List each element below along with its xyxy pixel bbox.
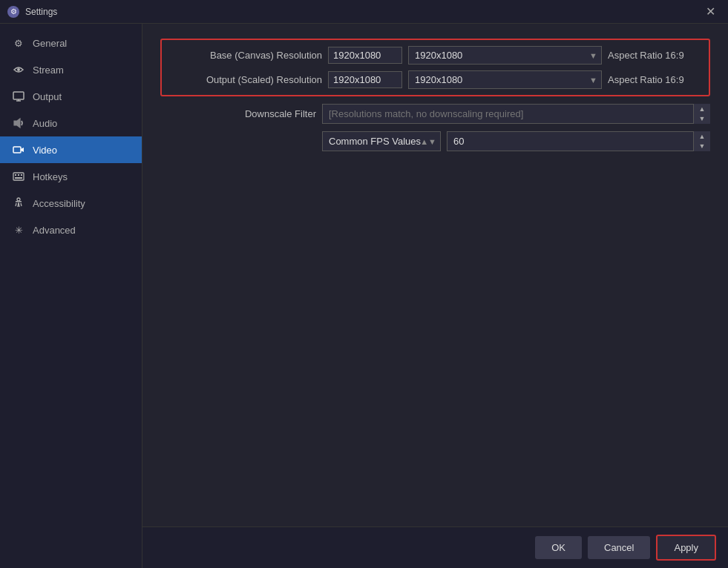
bottom-bar: OK Cancel Apply — [142, 526, 728, 568]
downscale-spin-group: ▲ ▼ — [693, 104, 710, 124]
output-resolution-row: Output (Scaled) Resolution 1920x1080 128… — [166, 67, 704, 92]
main-container: ⚙ General Stream Output — [0, 24, 728, 568]
base-resolution-select[interactable]: 1920x1080 1280x720 3840x2160 — [408, 46, 602, 65]
svg-rect-9 — [18, 174, 19, 176]
downscale-spin-up[interactable]: ▲ — [694, 104, 710, 114]
output-resolution-label: Output (Scaled) Resolution — [166, 74, 322, 85]
sidebar-item-hotkeys[interactable]: Hotkeys — [0, 163, 142, 190]
base-resolution-dropdown-wrapper: 1920x1080 1280x720 3840x2160 ▼ — [408, 46, 602, 65]
downscale-filter-wrapper: ▲ ▼ — [322, 104, 710, 124]
svg-rect-11 — [15, 177, 16, 179]
sidebar-output-label: Output — [33, 91, 62, 102]
fps-value-wrapper: ▲ ▼ — [447, 131, 710, 151]
svg-rect-10 — [21, 174, 22, 176]
svg-rect-5 — [13, 147, 21, 153]
sidebar-item-accessibility[interactable]: Accessibility — [0, 190, 142, 217]
sidebar-item-stream[interactable]: Stream — [0, 56, 142, 83]
svg-point-0 — [17, 68, 20, 71]
fps-row: Common FPS Values Integer FPS Value Frac… — [160, 131, 710, 151]
close-button[interactable]: ✕ — [700, 1, 721, 22]
sidebar-item-label: General — [33, 38, 67, 49]
fps-value-input[interactable] — [447, 131, 710, 151]
ok-button[interactable]: OK — [535, 536, 582, 559]
advanced-icon: ✳ — [12, 223, 25, 237]
resolution-group: Base (Canvas) Resolution 1920x1080 1280x… — [160, 39, 710, 96]
hotkeys-icon — [12, 170, 25, 183]
output-resolution-input[interactable] — [328, 71, 402, 88]
downscale-spin-down[interactable]: ▼ — [694, 114, 710, 125]
downscale-filter-row: Downscale Filter ▲ ▼ — [160, 104, 710, 124]
svg-rect-7 — [13, 173, 24, 180]
fps-spin-up[interactable]: ▲ — [694, 131, 710, 142]
general-icon: ⚙ — [12, 36, 25, 50]
sidebar-audio-label: Audio — [33, 118, 57, 129]
svg-rect-13 — [21, 177, 22, 179]
sidebar-item-output[interactable]: Output — [0, 83, 142, 110]
fps-spin-group: ▲ ▼ — [693, 131, 710, 151]
content-area: Base (Canvas) Resolution 1920x1080 1280x… — [142, 24, 728, 568]
downscale-filter-input[interactable] — [322, 104, 710, 124]
sidebar: ⚙ General Stream Output — [0, 24, 142, 568]
base-resolution-label: Base (Canvas) Resolution — [166, 50, 322, 61]
base-resolution-row: Base (Canvas) Resolution 1920x1080 1280x… — [166, 43, 704, 67]
sidebar-video-label: Video — [33, 145, 57, 156]
fps-type-select[interactable]: Common FPS Values Integer FPS Value Frac… — [322, 131, 441, 151]
sidebar-item-advanced[interactable]: ✳ Advanced — [0, 217, 142, 243]
base-resolution-input[interactable] — [328, 47, 402, 64]
accessibility-icon — [12, 197, 25, 210]
fps-type-wrapper: Common FPS Values Integer FPS Value Frac… — [322, 131, 441, 151]
downscale-filter-label: Downscale Filter — [160, 108, 316, 119]
app-icon: ⚙ — [7, 6, 19, 18]
sidebar-stream-label: Stream — [33, 65, 64, 76]
title-bar-title: Settings — [25, 7, 57, 17]
video-icon — [12, 143, 25, 156]
sidebar-item-video[interactable]: Video — [0, 136, 142, 163]
sidebar-item-general[interactable]: ⚙ General — [0, 30, 142, 56]
fps-spin-down[interactable]: ▼ — [694, 142, 710, 152]
output-resolution-select[interactable]: 1920x1080 1280x720 3840x2160 — [408, 70, 602, 89]
sidebar-accessibility-label: Accessibility — [33, 198, 85, 209]
output-icon — [12, 90, 25, 103]
title-bar-left: ⚙ Settings — [7, 6, 57, 18]
base-aspect-label: Aspect Ratio 16:9 — [608, 50, 704, 61]
audio-icon — [12, 116, 25, 130]
svg-rect-8 — [15, 174, 16, 176]
title-bar: ⚙ Settings ✕ — [0, 0, 728, 24]
svg-marker-4 — [14, 119, 20, 128]
stream-icon — [12, 63, 25, 76]
output-aspect-label: Aspect Ratio 16:9 — [608, 74, 704, 85]
sidebar-item-audio[interactable]: Audio — [0, 110, 142, 136]
sidebar-hotkeys-label: Hotkeys — [33, 171, 68, 182]
apply-button[interactable]: Apply — [656, 535, 716, 561]
sidebar-advanced-label: Advanced — [33, 225, 76, 236]
svg-rect-1 — [13, 92, 24, 99]
svg-rect-12 — [16, 177, 21, 179]
svg-point-14 — [17, 198, 20, 201]
cancel-button[interactable]: Cancel — [588, 536, 650, 559]
output-resolution-dropdown-wrapper: 1920x1080 1280x720 3840x2160 ▼ — [408, 70, 602, 89]
